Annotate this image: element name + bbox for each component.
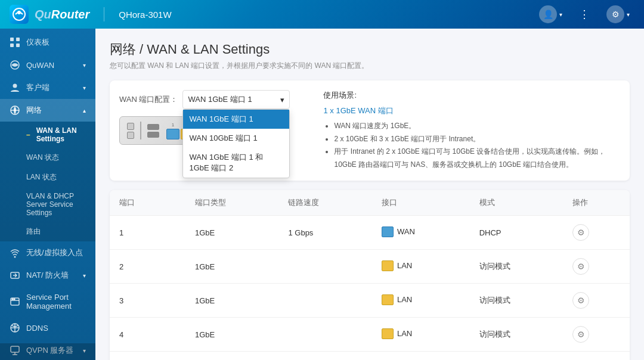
usage-title: 使用场景: — [323, 90, 620, 101]
wan-port-selected: WAN 1GbE 端口 1 — [188, 94, 252, 105]
header-divider — [104, 7, 104, 21]
cell-speed-4 — [278, 352, 372, 360]
port-c1 — [147, 124, 159, 130]
header: QuRouter QHora-301W 👤 ▾ ⋮ ⚙ ▾ — [0, 0, 644, 29]
quwan-icon — [10, 60, 20, 70]
wan-config-card: WAN 端口配置： WAN 1GbE 端口 1 ▾ WAN 1GbE 端口 1 … — [110, 80, 630, 181]
port-table: 端口 端口类型 链路速度 接口 模式 操作 1 1GbE 1 Gbps WAN … — [110, 190, 630, 360]
usage-subtitle: 1 x 1GbE WAN 端口 — [323, 105, 620, 116]
wan-port-dropdown-menu: WAN 1GbE 端口 1 WAN 10GbE 端口 1 WAN 1GbE 端口… — [182, 109, 290, 178]
dropdown-option-1[interactable]: WAN 1GbE 端口 1 — [183, 110, 289, 129]
cell-interface-3: LAN — [372, 318, 470, 352]
cell-action-2: ⚙ — [563, 284, 630, 318]
sidebar-item-dashboard-label: 仪表板 — [26, 37, 86, 48]
sidebar-item-ddns-label: DDNS — [26, 324, 86, 333]
sidebar-item-nat-label: NAT/ 防火墙 — [26, 270, 77, 281]
wan-port-dropdown[interactable]: WAN 1GbE 端口 1 ▾ — [182, 90, 290, 109]
cell-action-3: ⚙ — [563, 318, 630, 352]
port-color-icon-1 — [382, 260, 394, 271]
cell-interface-2: LAN — [372, 284, 470, 318]
table-row: 10G-1 10GbE LAN 访问模式 ⚙ — [110, 352, 630, 360]
cell-port-3: 4 — [110, 318, 185, 352]
cell-type-2: 1GbE — [185, 284, 279, 318]
sidebar-sub-vlan-dhcp-label: VLAN & DHCP Server Service Settings — [26, 192, 86, 217]
settings-dropdown-arrow: ▾ — [627, 11, 630, 18]
svg-point-1 — [17, 11, 21, 14]
sidebar: 仪表板 QuWAN ▾ 客户端 ▾ — [0, 29, 95, 360]
wan-label-row: WAN 端口配置： WAN 1GbE 端口 1 ▾ WAN 1GbE 端口 1 … — [119, 90, 290, 109]
svg-rect-5 — [16, 44, 20, 47]
svg-rect-2 — [10, 38, 14, 41]
cell-mode-0: DHCP — [470, 216, 564, 250]
cell-interface-0: WAN — [372, 216, 470, 250]
cell-port-0: 1 — [110, 216, 185, 250]
sidebar-item-service-port[interactable]: Service Port Management — [0, 287, 95, 316]
client-icon — [10, 82, 20, 93]
sidebar-item-wifi-label: 无线/虚拟接入点 — [26, 247, 86, 258]
interface-badge-2: LAN — [382, 294, 412, 305]
table-row: 4 1GbE LAN 访问模式 ⚙ — [110, 318, 630, 352]
client-arrow: ▾ — [83, 85, 86, 91]
usage-list: WAN 端口速度为 1GbE。 2 x 10GbE 和 3 x 1GbE 端口可… — [323, 120, 620, 171]
table-row: 3 1GbE LAN 访问模式 ⚙ — [110, 284, 630, 318]
col-mode: 模式 — [470, 190, 564, 216]
cell-interface-1: LAN — [372, 250, 470, 284]
table-row: 2 1GbE LAN 访问模式 ⚙ — [110, 250, 630, 284]
port-indicator-1 — [127, 123, 134, 130]
user-button[interactable]: 👤 ▾ — [534, 3, 567, 26]
dropdown-option-2[interactable]: WAN 10GbE 端口 1 — [183, 129, 289, 148]
sidebar-item-dashboard[interactable]: 仪表板 — [0, 31, 95, 54]
gear-button-0[interactable]: ⚙ — [572, 224, 589, 241]
cell-mode-4: 访问模式 — [470, 352, 564, 360]
sidebar-item-nat[interactable]: NAT/ 防火墙 ▾ — [0, 264, 95, 287]
avatar: 👤 — [539, 5, 557, 23]
dropdown-arrow: ▾ — [280, 95, 284, 104]
cell-type-4: 10GbE — [185, 352, 279, 360]
port-indicator-2 — [127, 132, 134, 139]
sidebar-sub-routing-label: 路由 — [26, 226, 41, 237]
user-dropdown-arrow: ▾ — [559, 11, 562, 18]
svg-rect-3 — [16, 38, 20, 41]
cell-action-4: ⚙ — [563, 352, 630, 360]
col-port: 端口 — [110, 190, 185, 216]
cell-mode-1: 访问模式 — [470, 250, 564, 284]
wifi-icon — [10, 247, 20, 258]
main-layout: 仪表板 QuWAN ▾ 客户端 ▾ — [0, 29, 644, 360]
sidebar-sub-wan-lan-label: WAN & LAN Settings — [36, 126, 86, 143]
sidebar-sub-lan-status[interactable]: LAN 状态 — [0, 167, 95, 187]
sidebar-item-quwan[interactable]: QuWAN ▾ — [0, 54, 95, 76]
table-row: 1 1GbE 1 Gbps WAN DHCP ⚙ — [110, 216, 630, 250]
svg-point-10 — [14, 256, 16, 258]
port-color-icon-3 — [382, 328, 394, 339]
dashboard-icon — [10, 37, 20, 48]
usage-bullet-3: 用于 Intranet 的 2 x 10GbE 端口可与 10GbE 设备结合使… — [334, 145, 620, 171]
ddns-icon — [10, 322, 20, 333]
sidebar-sub-routing[interactable]: 路由 — [0, 222, 95, 241]
logo-text: QuRouter — [35, 8, 89, 21]
dropdown-option-3[interactable]: WAN 1GbE 端口 1 和 1GbE 端口 2 — [183, 148, 289, 178]
table-header: 端口 端口类型 链路速度 接口 模式 操作 — [110, 190, 630, 216]
sidebar-collapse-button[interactable]: « — [0, 343, 95, 360]
sidebar-item-network[interactable]: 网络 ▴ — [0, 99, 95, 122]
gear-button-3[interactable]: ⚙ — [572, 326, 589, 343]
wan-config-left: WAN 端口配置： WAN 1GbE 端口 1 ▾ WAN 1GbE 端口 1 … — [119, 90, 290, 145]
settings-button[interactable]: ⚙ ▾ — [602, 3, 634, 26]
sidebar-sub-wan-status[interactable]: WAN 状态 — [0, 148, 95, 167]
port-color-icon-2 — [382, 294, 394, 305]
interface-label-2: LAN — [397, 295, 412, 304]
sidebar-item-ddns[interactable]: DDNS — [0, 316, 95, 339]
table-body: 1 1GbE 1 Gbps WAN DHCP ⚙ 2 1GbE LAN 访问模式… — [110, 216, 630, 360]
more-options-button[interactable]: ⋮ — [574, 5, 595, 23]
sidebar-sub-wan-lan[interactable]: WAN & LAN Settings — [0, 122, 95, 148]
cell-action-1: ⚙ — [563, 250, 630, 284]
usage-bullet-1: WAN 端口速度为 1GbE。 — [334, 120, 620, 133]
sidebar-item-wifi[interactable]: 无线/虚拟接入点 — [0, 241, 95, 264]
sidebar-sub-vlan-dhcp[interactable]: VLAN & DHCP Server Service Settings — [0, 187, 95, 222]
sidebar-item-client[interactable]: 客户端 ▾ — [0, 76, 95, 99]
cell-type-0: 1GbE — [185, 216, 279, 250]
gear-button-1[interactable]: ⚙ — [572, 258, 589, 275]
service-port-icon — [10, 296, 20, 307]
gear-button-2[interactable]: ⚙ — [572, 292, 589, 309]
col-speed: 链路速度 — [278, 190, 372, 216]
port-wan — [166, 129, 179, 139]
